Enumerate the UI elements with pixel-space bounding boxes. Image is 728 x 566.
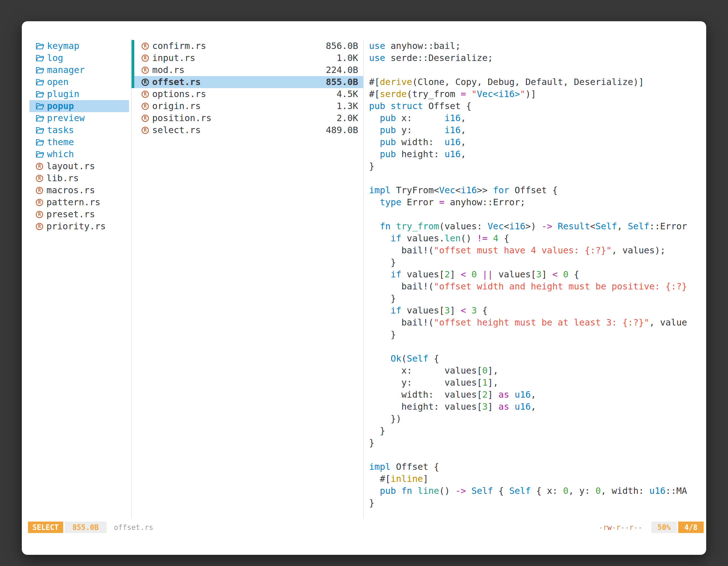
code-line: #[derive(Clone, Copy, Debug, Default, De… xyxy=(369,76,706,88)
item-label: manager xyxy=(47,64,85,76)
file-name: position.rs xyxy=(152,112,212,124)
dir-item-which[interactable]: which xyxy=(22,148,131,160)
file-item-pattern.rs[interactable]: Rpattern.rs xyxy=(22,196,131,208)
code-line xyxy=(369,449,706,461)
file-size: 4.5K xyxy=(337,88,358,100)
code-line: #[inline] xyxy=(369,473,706,485)
file-item-select.rs[interactable]: Rselect.rs489.0B xyxy=(131,124,363,136)
dir-item-tasks[interactable]: tasks xyxy=(22,124,131,136)
preview-scroll-percent-badge: 50% xyxy=(651,522,677,533)
file-item-position.rs[interactable]: Rposition.rs2.0K xyxy=(131,112,363,124)
code-line: if values[2] < 0 || values[3] < 0 { xyxy=(369,269,706,281)
code-line xyxy=(369,64,706,76)
code-line: }) xyxy=(369,413,706,425)
code-line: pub struct Offset { xyxy=(369,100,706,112)
rust-file-icon: R xyxy=(36,163,43,170)
code-line xyxy=(369,208,706,220)
file-name: origin.rs xyxy=(152,100,201,112)
code-line: } xyxy=(369,328,706,340)
item-label: macros.rs xyxy=(46,184,95,196)
code-line: impl TryFrom<Vec<i16>> for Offset { xyxy=(369,184,706,196)
file-preview-pane: use anyhow::bail;use serde::Deserialize;… xyxy=(363,40,706,519)
file-size: 1.3K xyxy=(337,100,358,112)
folder-icon xyxy=(36,91,44,98)
file-item-confirm.rs[interactable]: Rconfirm.rs856.0B xyxy=(131,40,363,52)
file-item-macros.rs[interactable]: Rmacros.rs xyxy=(22,184,131,196)
dir-item-plugin[interactable]: plugin xyxy=(22,88,131,100)
parent-directory-pane: keymaplogmanageropenpluginpopuppreviewta… xyxy=(22,40,131,233)
rust-file-icon: R xyxy=(36,175,43,182)
code-line: bail!("offset height must be at least 3:… xyxy=(369,316,706,328)
file-item-options.rs[interactable]: Roptions.rs4.5K xyxy=(131,88,363,100)
file-item-layout.rs[interactable]: Rlayout.rs xyxy=(22,160,131,172)
code-line: pub width: u16, xyxy=(369,136,706,148)
folder-icon xyxy=(36,67,44,74)
code-line xyxy=(369,340,706,353)
rust-file-icon: R xyxy=(36,187,43,194)
file-manager-window: keymaplogmanageropenpluginpopuppreviewta… xyxy=(22,21,706,555)
item-label: layout.rs xyxy=(46,160,95,172)
dir-item-preview[interactable]: preview xyxy=(22,112,131,124)
selection-marker xyxy=(131,76,134,88)
dir-item-popup[interactable]: popup xyxy=(29,100,129,112)
item-label: theme xyxy=(47,136,74,148)
rust-file-icon: R xyxy=(36,223,43,230)
dir-item-keymap[interactable]: keymap xyxy=(22,40,131,52)
item-label: popup xyxy=(47,100,74,112)
file-item-input.rs[interactable]: Rinput.rs1.0K xyxy=(131,52,363,64)
item-label: plugin xyxy=(47,88,79,100)
rust-file-icon: R xyxy=(36,211,43,218)
file-name: select.rs xyxy=(152,124,201,136)
code-line: } xyxy=(369,257,706,269)
code-line: pub x: i16, xyxy=(369,112,706,124)
dir-item-theme[interactable]: theme xyxy=(22,136,131,148)
code-line: height: values[3] as u16, xyxy=(369,401,706,413)
folder-icon xyxy=(36,43,44,50)
item-label: priority.rs xyxy=(46,220,106,233)
code-line: if values.len() != 4 { xyxy=(369,233,706,245)
item-label: preview xyxy=(47,112,85,124)
code-line: pub y: i16, xyxy=(369,124,706,136)
code-line: type Error = anyhow::Error; xyxy=(369,196,706,208)
cursor-position-badge: 4/8 xyxy=(678,522,704,533)
code-line: Ok(Self { xyxy=(369,353,706,365)
item-label: preset.rs xyxy=(46,208,95,220)
code-line: y: values[1], xyxy=(369,377,706,389)
code-line: } xyxy=(369,497,706,509)
mode-badge: SELECT xyxy=(28,522,63,533)
folder-icon xyxy=(36,115,44,122)
rust-file-icon: R xyxy=(142,115,149,122)
file-size: 855.0B xyxy=(326,76,358,88)
code-line: bail!("offset must have 4 values: {:?}",… xyxy=(369,245,706,257)
status-bar: SELECT 855.0B offset.rs -rw-r--r-- 50% 4… xyxy=(22,522,706,533)
dir-item-log[interactable]: log xyxy=(22,52,131,64)
item-label: keymap xyxy=(47,40,79,52)
selection-marker xyxy=(131,52,134,64)
file-size: 856.0B xyxy=(326,40,358,52)
file-name: offset.rs xyxy=(152,76,201,88)
file-item-offset.rs[interactable]: Roffset.rs855.0B xyxy=(131,76,363,88)
code-line: pub fn line() -> Self { Self { x: 0, y: … xyxy=(369,485,706,497)
current-directory-pane: Rconfirm.rs856.0BRinput.rs1.0KRmod.rs224… xyxy=(131,40,363,136)
code-line xyxy=(369,172,706,184)
file-item-origin.rs[interactable]: Rorigin.rs1.3K xyxy=(131,100,363,112)
file-item-mod.rs[interactable]: Rmod.rs224.0B xyxy=(131,64,363,76)
file-item-preset.rs[interactable]: Rpreset.rs xyxy=(22,208,131,220)
code-line: } xyxy=(369,437,706,449)
rust-file-icon: R xyxy=(142,79,149,86)
code-line: bail!("offset width and height must be p… xyxy=(369,281,706,292)
file-name: input.rs xyxy=(152,52,195,64)
dir-item-open[interactable]: open xyxy=(22,76,131,88)
code-line: #[serde(try_from = "Vec<i16>")] xyxy=(369,88,706,100)
dir-item-manager[interactable]: manager xyxy=(22,64,131,76)
code-line: } xyxy=(369,160,706,172)
item-label: which xyxy=(47,148,74,160)
item-label: lib.rs xyxy=(46,172,79,184)
selection-marker xyxy=(131,40,134,52)
code-line: use serde::Deserialize; xyxy=(369,52,706,64)
rust-file-icon: R xyxy=(142,91,149,98)
file-size: 1.0K xyxy=(337,52,358,64)
file-item-lib.rs[interactable]: Rlib.rs xyxy=(22,172,131,184)
item-label: log xyxy=(47,52,63,64)
file-item-priority.rs[interactable]: Rpriority.rs xyxy=(22,220,131,233)
